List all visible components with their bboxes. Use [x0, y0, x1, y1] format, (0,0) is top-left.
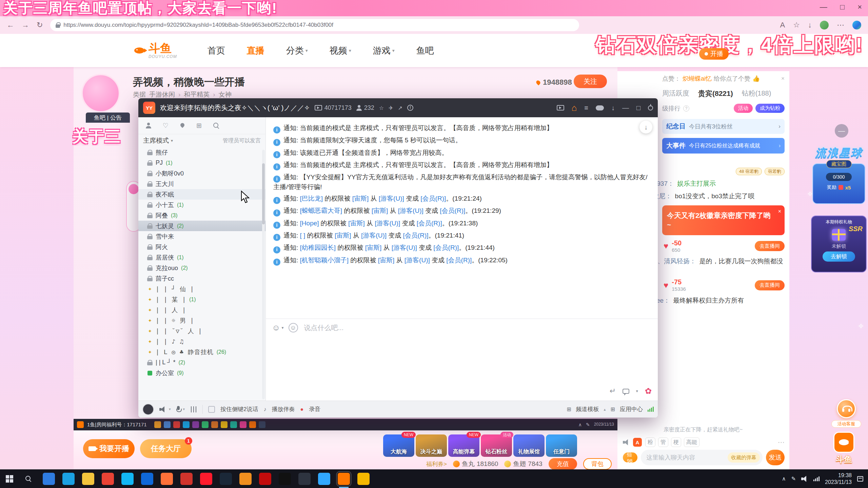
- home-icon[interactable]: ⌂: [572, 103, 577, 113]
- chrome-icon[interactable]: [102, 473, 114, 485]
- activity-大航海[interactable]: 大航海NEW: [383, 434, 414, 457]
- douyu-logo[interactable]: 斗鱼 DOUYU.COM: [134, 42, 177, 59]
- user-link[interactable]: [Hope]: [300, 220, 319, 227]
- coupon-link[interactable]: 福利券>: [426, 460, 447, 468]
- task-hall-button[interactable]: 任务大厅 1: [140, 439, 192, 458]
- edge-copilot-icon[interactable]: [852, 21, 861, 29]
- favorite-danmu-tag[interactable]: 收藏的弹幕: [728, 452, 760, 463]
- nav-item-首页[interactable]: 首页: [208, 45, 225, 57]
- up-chevron-icon[interactable]: ∧: [578, 422, 582, 427]
- favorites-icon[interactable]: ☆: [793, 21, 800, 29]
- speaker-icon[interactable]: [159, 406, 166, 412]
- anniversary-row[interactable]: 纪念日 今日共有3位粉丝 ›: [662, 119, 785, 134]
- user-link[interactable]: [蝾螈恶霸大哥]: [300, 207, 342, 214]
- filter-pill[interactable]: 管: [658, 438, 668, 447]
- contacts-icon[interactable]: [146, 123, 151, 128]
- yuba-announcement-tab[interactable]: 鱼吧 | 公告: [86, 113, 130, 123]
- activity-高能弹幕[interactable]: 高能弹幕NEW: [448, 434, 479, 457]
- location-icon[interactable]: [180, 123, 185, 128]
- yy-maximize-icon[interactable]: □: [636, 104, 640, 112]
- channel-row[interactable]: ✦| | ♪ ♫: [138, 336, 265, 347]
- scroll-to-bottom-button[interactable]: ↓: [639, 121, 652, 134]
- downloads-icon[interactable]: ↓: [808, 21, 812, 29]
- start-button[interactable]: [0, 469, 19, 488]
- nav-item-直播[interactable]: 直播: [247, 45, 264, 57]
- channel-row[interactable]: 小鹅呀0v0: [138, 168, 265, 179]
- channel-row[interactable]: ✦| | 某 |(1): [138, 294, 265, 305]
- yy-minimize-icon[interactable]: —: [622, 104, 629, 112]
- message-compose-area[interactable]: ☺▾ ☺ 说点什么吧... ↵ ▾ ✿: [266, 319, 658, 401]
- apps-grid-icon[interactable]: ⊞: [196, 122, 202, 129]
- filter-pill[interactable]: 高能: [684, 438, 699, 447]
- app-icon[interactable]: [259, 421, 265, 428]
- tray-volume-icon[interactable]: [801, 476, 808, 482]
- chat-app-icon[interactable]: [43, 473, 55, 485]
- scrollbar-thumb[interactable]: [262, 163, 265, 224]
- mic-icon[interactable]: [176, 406, 180, 413]
- activity-钻石粉丝[interactable]: 钻石粉丝活动: [481, 434, 512, 457]
- power-icon[interactable]: [648, 105, 653, 110]
- store-icon[interactable]: [141, 473, 153, 485]
- event-service-button[interactable]: [837, 399, 856, 418]
- push-to-talk-label[interactable]: 按住侧键2说话: [220, 405, 258, 413]
- app-icon[interactable]: [221, 421, 228, 428]
- user-link[interactable]: [会员(R)]: [433, 244, 459, 251]
- user-link[interactable]: [巴比龙]: [300, 195, 323, 202]
- goto-live-button[interactable]: 去直播间: [755, 280, 785, 290]
- channel-row[interactable]: 办公室(9): [138, 368, 265, 378]
- tray-network-icon[interactable]: [813, 476, 820, 481]
- template-grid-icon[interactable]: ⊞: [567, 406, 571, 412]
- stream-tag[interactable]: 和平精英: [184, 90, 210, 99]
- nav-item-分类[interactable]: 分类▾: [286, 45, 308, 57]
- channel-row[interactable]: 雪中来: [138, 231, 265, 242]
- explorer-icon[interactable]: [82, 473, 94, 485]
- channel-row[interactable]: ✦| | 人 |: [138, 305, 265, 315]
- qq-icon[interactable]: [121, 473, 134, 485]
- user-link[interactable]: [宙斯]: [352, 195, 369, 202]
- more-menu-icon[interactable]: ⋯: [837, 21, 844, 29]
- channel-row[interactable]: 七妖灵(2): [138, 221, 265, 231]
- app-icon[interactable]: [202, 421, 209, 428]
- user-link[interactable]: [游客(U)]: [375, 220, 400, 227]
- search-icon[interactable]: [213, 123, 219, 129]
- user-link[interactable]: [宙斯]: [378, 257, 395, 264]
- sticker-icon[interactable]: ☺: [289, 323, 298, 332]
- banner-close-icon[interactable]: ×: [778, 208, 781, 215]
- wandering-planet-banner[interactable]: 流浪星球: [812, 146, 865, 161]
- activity-礼物展馆[interactable]: 礼物展馆: [513, 434, 545, 457]
- uu-icon[interactable]: [279, 473, 291, 485]
- help-icon[interactable]: ?: [683, 105, 689, 111]
- filter-pill[interactable]: 梗: [671, 438, 681, 447]
- steam-icon[interactable]: [220, 473, 232, 485]
- user-link[interactable]: [会员(R)]: [417, 220, 442, 227]
- channel-row[interactable]: ✦| L ◎ ♣ 静音挂机(26): [138, 347, 265, 357]
- screen-share-icon[interactable]: [557, 105, 564, 110]
- app-icon[interactable]: [240, 421, 246, 428]
- app-grid-icon[interactable]: ⊞: [611, 406, 615, 412]
- user-link[interactable]: [机智聪颖小溜子]: [300, 257, 349, 264]
- refresh-button[interactable]: ↻: [37, 21, 43, 29]
- app-icon[interactable]: [192, 421, 199, 428]
- url-input[interactable]: [63, 22, 574, 28]
- app-icon[interactable]: [211, 421, 218, 428]
- download-icon[interactable]: ↓: [611, 104, 615, 112]
- app-icon[interactable]: [183, 421, 190, 428]
- app-icon[interactable]: [164, 421, 171, 428]
- channel-mode-row[interactable]: 主席模式 ▾ 管理员可以发言: [138, 134, 265, 147]
- sidebar-tab[interactable]: 钻粉(188): [742, 89, 771, 98]
- app-center-label[interactable]: 应用中心: [620, 405, 643, 413]
- edge-icon[interactable]: [62, 473, 75, 485]
- stream-tag[interactable]: 女神: [219, 90, 232, 99]
- hotkey-checkbox[interactable]: [208, 406, 215, 413]
- rocket-icon[interactable]: ✈: [389, 105, 393, 111]
- message-mode-icon[interactable]: [623, 389, 629, 394]
- backpack-button[interactable]: 背包: [583, 458, 612, 470]
- channel-row[interactable]: 熊仔: [138, 147, 265, 158]
- user-link[interactable]: [会员(R)]: [403, 232, 429, 239]
- nav-item-视频[interactable]: 视频▾: [330, 45, 351, 57]
- sidebar-tab[interactable]: 周活跃度: [662, 89, 689, 98]
- channel-row[interactable]: 王大川: [138, 179, 265, 189]
- share-icon[interactable]: ↗: [398, 105, 402, 111]
- user-link[interactable]: [会员(R)]: [440, 207, 465, 214]
- address-bar[interactable]: [50, 19, 579, 31]
